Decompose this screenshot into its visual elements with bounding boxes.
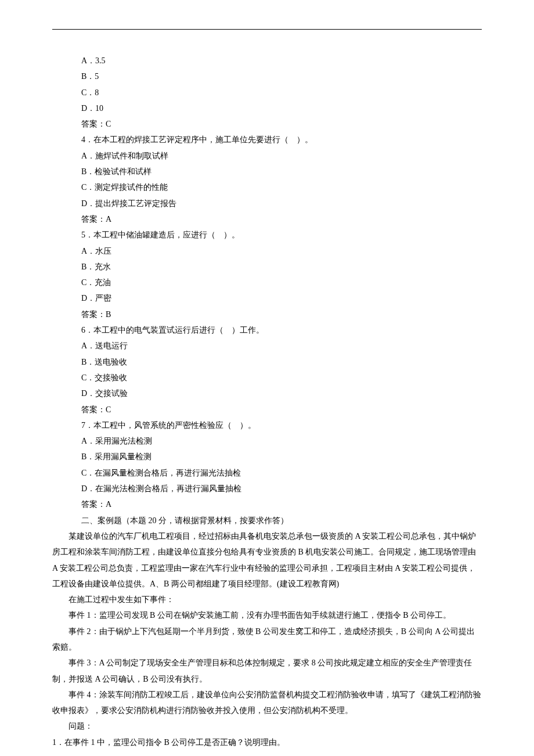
q6-answer: 答案：C: [52, 402, 482, 417]
case-event-1: 事件 1：监理公司发现 B 公司在锅炉安装施工前，没有办理书面告知手续就进行施工…: [52, 607, 482, 623]
q4-answer: 答案：A: [52, 211, 482, 227]
case-event-2: 事件 2：由于锅炉上下汽包延期一个半月到货，致使 B 公司发生窝工和停工，造成经…: [52, 624, 482, 656]
q7-option-a: A．采用漏光法检测: [52, 433, 482, 449]
q7-option-b: B．采用漏风量检测: [52, 449, 482, 465]
q6-option-a: A．送电运行: [52, 338, 482, 354]
q5-option-c: C．充油: [52, 275, 482, 290]
q3-option-d: D．10: [52, 100, 482, 116]
q6-option-b: B．送电验收: [52, 354, 482, 370]
q4-stem: 4．在本工程的焊接工艺评定程序中，施工单位先要进行（ ）。: [52, 132, 482, 147]
case-paragraph-1: 某建设单位的汽车厂机电工程项目，经过招标由具备机电安装总承包一级资质的 A 安装…: [52, 528, 482, 592]
q5-option-b: B．充水: [52, 259, 482, 275]
q4-option-b: B．检验试件和试样: [52, 164, 482, 179]
case-event-4: 事件 4：涂装车间消防工程竣工后，建设单位向公安消防监督机构提交工程消防验收申请…: [52, 687, 482, 719]
q5-option-a: A．水压: [52, 243, 482, 259]
q3-option-c: C．8: [52, 85, 482, 100]
q7-stem: 7．本工程中，风管系统的严密性检验应（ ）。: [52, 417, 482, 433]
case-question-1: 1．在事件 1 中，监理公司指令 B 公司停工是否正确？说明理由。: [52, 735, 482, 750]
q7-answer: 答案：A: [52, 496, 482, 512]
q7-option-d: D．在漏光法检测合格后，再进行漏风量抽检: [52, 481, 482, 496]
top-rule: [52, 29, 482, 30]
case-event-3: 事件 3：A 公司制定了现场安全生产管理目标和总体控制规定，要求 8 公司按此规…: [52, 655, 482, 687]
q5-stem: 5．本工程中储油罐建造后，应进行（ ）。: [52, 227, 482, 243]
q6-option-d: D．交接试验: [52, 386, 482, 401]
q3-option-a: A．3.5: [52, 53, 482, 69]
q3-answer: 答案：C: [52, 116, 482, 132]
case-paragraph-2: 在施工过程中发生如下事件：: [52, 592, 482, 607]
q4-option-a: A．施焊试件和制取试样: [52, 148, 482, 164]
section2-heading: 二、案例题（本题 20 分，请根据背景材料，按要求作答）: [52, 513, 482, 528]
q5-answer: 答案：B: [52, 307, 482, 322]
q5-option-d: D．严密: [52, 290, 482, 306]
case-questions-label: 问题：: [52, 718, 482, 734]
q4-option-c: C．测定焊接试件的性能: [52, 179, 482, 195]
q7-option-c: C．在漏风量检测合格后，再进行漏光法抽检: [52, 465, 482, 481]
q6-stem: 6．本工程中的电气装置试运行后进行（ ）工作。: [52, 322, 482, 338]
q3-option-b: B．5: [52, 69, 482, 84]
q6-option-c: C．交接验收: [52, 370, 482, 386]
q4-option-d: D．提出焊接工艺评定报告: [52, 196, 482, 211]
